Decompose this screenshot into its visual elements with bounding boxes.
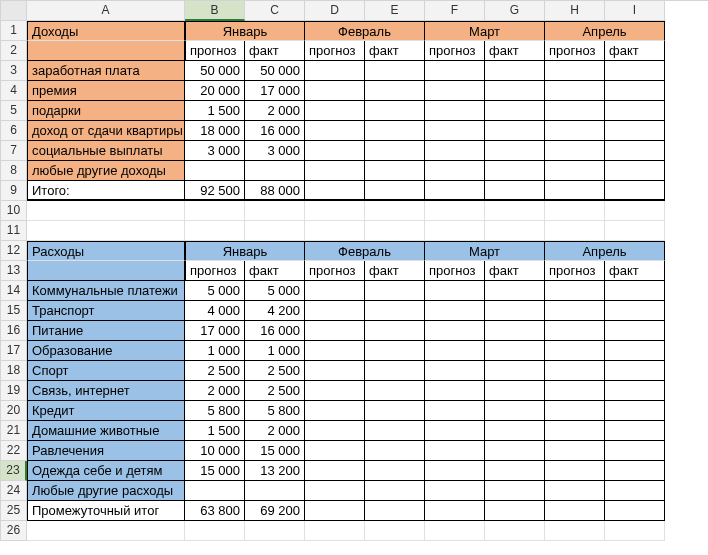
empty-cell[interactable] xyxy=(305,381,365,401)
empty-cell[interactable] xyxy=(425,421,485,441)
col-header-H[interactable]: H xyxy=(545,1,605,21)
empty-cell[interactable] xyxy=(545,381,605,401)
empty-cell[interactable] xyxy=(185,221,245,241)
empty-cell[interactable] xyxy=(545,61,605,81)
empty-cell[interactable] xyxy=(365,221,425,241)
empty-cell[interactable] xyxy=(425,341,485,361)
empty-cell[interactable] xyxy=(485,221,545,241)
empty-cell[interactable] xyxy=(365,201,425,221)
income-row-fact[interactable]: 17 000 xyxy=(245,81,305,101)
empty-cell[interactable] xyxy=(365,81,425,101)
empty-cell[interactable] xyxy=(27,221,185,241)
empty-cell[interactable] xyxy=(245,521,305,541)
empty-cell[interactable] xyxy=(605,361,665,381)
empty-cell[interactable] xyxy=(365,341,425,361)
empty-cell[interactable] xyxy=(485,281,545,301)
empty-cell[interactable] xyxy=(425,321,485,341)
empty-cell[interactable] xyxy=(425,81,485,101)
expense-row-fact[interactable] xyxy=(245,481,305,501)
empty-cell[interactable] xyxy=(425,281,485,301)
income-row-fact[interactable]: 16 000 xyxy=(245,121,305,141)
empty-cell[interactable] xyxy=(305,321,365,341)
empty-cell[interactable] xyxy=(605,101,665,121)
empty-cell[interactable] xyxy=(605,381,665,401)
empty-cell[interactable] xyxy=(605,441,665,461)
expense-row-forecast[interactable]: 4 000 xyxy=(185,301,245,321)
row-header-2[interactable]: 2 xyxy=(1,41,27,61)
empty-cell[interactable] xyxy=(425,401,485,421)
empty-cell[interactable] xyxy=(485,81,545,101)
expense-row-fact[interactable]: 16 000 xyxy=(245,321,305,341)
expense-row-fact[interactable]: 5 800 xyxy=(245,401,305,421)
empty-cell[interactable] xyxy=(305,61,365,81)
empty-cell[interactable] xyxy=(605,121,665,141)
empty-cell[interactable] xyxy=(605,281,665,301)
empty-cell[interactable] xyxy=(305,441,365,461)
empty-cell[interactable] xyxy=(365,181,425,201)
empty-cell[interactable] xyxy=(305,301,365,321)
empty-cell[interactable] xyxy=(485,321,545,341)
empty-cell[interactable] xyxy=(545,161,605,181)
row-header-9[interactable]: 9 xyxy=(1,181,27,201)
row-header-17[interactable]: 17 xyxy=(1,341,27,361)
row-header-14[interactable]: 14 xyxy=(1,281,27,301)
income-row-fact[interactable] xyxy=(245,161,305,181)
empty-cell[interactable] xyxy=(185,521,245,541)
income-row-fact[interactable]: 3 000 xyxy=(245,141,305,161)
row-header-1[interactable]: 1 xyxy=(1,21,27,41)
empty-cell[interactable] xyxy=(545,281,605,301)
empty-cell[interactable] xyxy=(485,181,545,201)
expense-row-forecast[interactable]: 2 500 xyxy=(185,361,245,381)
empty-cell[interactable] xyxy=(305,341,365,361)
expense-row-forecast[interactable]: 5 000 xyxy=(185,281,245,301)
empty-cell[interactable] xyxy=(365,441,425,461)
income-row-forecast[interactable] xyxy=(185,161,245,181)
empty-cell[interactable] xyxy=(27,201,185,221)
empty-cell[interactable] xyxy=(485,301,545,321)
expense-row-forecast[interactable]: 10 000 xyxy=(185,441,245,461)
empty-cell[interactable] xyxy=(545,461,605,481)
row-header-26[interactable]: 26 xyxy=(1,521,27,541)
empty-cell[interactable] xyxy=(605,301,665,321)
empty-cell[interactable] xyxy=(305,501,365,521)
empty-cell[interactable] xyxy=(425,201,485,221)
empty-cell[interactable] xyxy=(365,361,425,381)
empty-cell[interactable] xyxy=(545,101,605,121)
expense-row-fact[interactable]: 5 000 xyxy=(245,281,305,301)
empty-cell[interactable] xyxy=(605,201,665,221)
empty-cell[interactable] xyxy=(545,301,605,321)
empty-cell[interactable] xyxy=(425,481,485,501)
empty-cell[interactable] xyxy=(545,501,605,521)
empty-cell[interactable] xyxy=(365,61,425,81)
row-header-6[interactable]: 6 xyxy=(1,121,27,141)
empty-cell[interactable] xyxy=(27,521,185,541)
empty-cell[interactable] xyxy=(425,441,485,461)
empty-cell[interactable] xyxy=(365,501,425,521)
empty-cell[interactable] xyxy=(485,161,545,181)
empty-cell[interactable] xyxy=(365,401,425,421)
income-row-forecast[interactable]: 20 000 xyxy=(185,81,245,101)
empty-cell[interactable] xyxy=(425,501,485,521)
empty-cell[interactable] xyxy=(605,221,665,241)
empty-cell[interactable] xyxy=(425,121,485,141)
row-header-23[interactable]: 23 xyxy=(1,461,27,481)
empty-cell[interactable] xyxy=(305,161,365,181)
income-row-forecast[interactable]: 18 000 xyxy=(185,121,245,141)
empty-cell[interactable] xyxy=(605,501,665,521)
empty-cell[interactable] xyxy=(425,301,485,321)
empty-cell[interactable] xyxy=(605,401,665,421)
empty-cell[interactable] xyxy=(425,181,485,201)
row-header-20[interactable]: 20 xyxy=(1,401,27,421)
empty-cell[interactable] xyxy=(545,421,605,441)
empty-cell[interactable] xyxy=(365,521,425,541)
empty-cell[interactable] xyxy=(605,81,665,101)
row-header-21[interactable]: 21 xyxy=(1,421,27,441)
empty-cell[interactable] xyxy=(605,521,665,541)
income-row-forecast[interactable]: 1 500 xyxy=(185,101,245,121)
empty-cell[interactable] xyxy=(545,221,605,241)
empty-cell[interactable] xyxy=(185,201,245,221)
empty-cell[interactable] xyxy=(365,461,425,481)
expense-row-forecast[interactable]: 2 000 xyxy=(185,381,245,401)
expense-row-fact[interactable]: 13 200 xyxy=(245,461,305,481)
empty-cell[interactable] xyxy=(545,201,605,221)
